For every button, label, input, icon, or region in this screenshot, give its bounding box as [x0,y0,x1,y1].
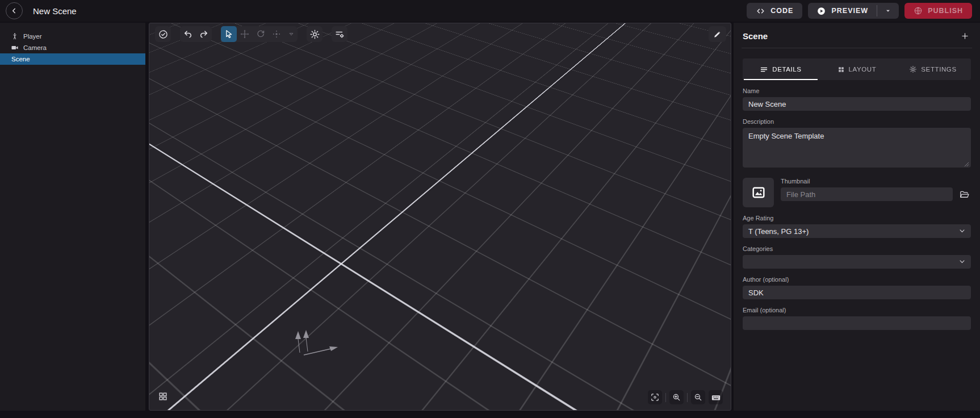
viewport [149,23,731,411]
author-input[interactable] [743,286,971,299]
tab-settings[interactable]: SETTINGS [895,58,971,80]
chevron-down-icon [958,257,966,267]
preview-dropdown-button[interactable] [877,3,899,19]
plus-icon [960,31,970,41]
publish-button-label: PUBLISH [928,7,963,15]
add-button[interactable] [958,30,971,42]
zoom-out-button[interactable] [691,390,705,404]
toolbar-group-scene-options [332,26,347,42]
tree-item-player[interactable]: Player [0,31,145,42]
rotate-tool-button[interactable] [253,26,269,42]
viewport-toolbar [155,26,347,42]
keyboard-shortcuts-button[interactable] [709,390,723,404]
categories-label: Categories [743,245,971,252]
scale-tool-button[interactable] [269,26,284,42]
code-icon [756,6,765,16]
ground-grid [149,23,731,410]
move-tool-button[interactable] [237,26,253,42]
grid-toggle-button[interactable] [157,390,169,403]
badge-check-button[interactable] [155,26,171,42]
author-field-group: Author (optional) [743,276,971,299]
preview-button-label: PREVIEW [831,7,868,15]
badge-check-icon [158,29,169,40]
redo-icon [199,29,209,39]
tool-caret-icon [287,30,295,38]
description-field-group: Description Empty Scene Template [743,118,971,170]
inspector-title: Scene [743,31,768,41]
list-icon [760,65,768,74]
topbar: New Scene CODE PREVIEW [0,0,980,22]
folder-open-icon [959,189,970,200]
scene-details-form: Name Description Empty Scene Template [734,87,980,330]
name-label: Name [743,87,971,94]
divider [742,48,972,48]
zoom-in-icon [672,392,681,402]
author-label: Author (optional) [743,276,971,283]
age-rating-field-group: Age Rating T (Teens, PG 13+) [743,215,971,238]
thumbnail-preview-button[interactable] [743,178,774,207]
tree-item-scene[interactable]: Scene [0,53,145,65]
categories-select[interactable] [743,255,971,269]
preview-button-group: PREVIEW [808,3,899,19]
thumbnail-file-path-input[interactable] [781,187,953,201]
age-rating-select[interactable]: T (Teens, PG 13+) [743,224,971,238]
zoom-out-icon [693,392,703,402]
scene-editor-app: New Scene CODE PREVIEW [0,0,980,418]
inspector-panel: Scene DETAILS LAYOUT [734,23,980,411]
chevron-down-icon [958,227,966,237]
publish-button[interactable]: PUBLISH [904,3,972,19]
description-textarea[interactable]: Empty Scene Template [743,128,971,168]
thumbnail-field-group: Thumbnail [743,178,971,207]
camera-icon [10,44,19,52]
globe-icon [914,6,923,15]
redo-button[interactable] [196,26,212,42]
tab-label: SETTINGS [921,66,956,73]
age-rating-value: T (Teens, PG 13+) [748,227,809,236]
thumbnail-label: Thumbnail [781,178,971,185]
browse-files-button[interactable] [957,187,971,201]
edit-scene-button[interactable] [709,26,726,42]
scene-options-button[interactable] [332,26,347,42]
tree-item-label: Scene [11,56,30,62]
topbar-actions: CODE PREVIEW [747,3,972,19]
move-icon [240,29,250,39]
divider [665,393,666,402]
player-person-icon [10,32,19,41]
tab-details[interactable]: DETAILS [743,58,819,80]
gear-icon [309,29,320,40]
scene-options-icon [334,29,345,40]
gear-icon [909,65,917,73]
inspector-header: Scene [734,23,980,48]
toolbar-group-badge [155,26,171,42]
keyboard-icon [711,392,721,403]
caret-down-icon [884,7,892,15]
select-tool-button[interactable] [221,26,237,42]
divider [687,393,688,402]
toolbar-group-history [180,26,212,42]
preview-button[interactable]: PREVIEW [808,3,877,19]
tool-options-button[interactable] [284,26,298,42]
undo-button[interactable] [180,26,196,42]
viewport-canvas[interactable] [149,23,731,410]
focus-button[interactable] [648,390,662,404]
tree-item-camera[interactable]: Camera [0,42,145,53]
name-input[interactable] [743,97,971,111]
name-field-group: Name [743,87,971,111]
tab-layout[interactable]: LAYOUT [819,58,895,80]
tab-label: DETAILS [772,66,801,73]
focus-icon [650,392,660,402]
email-field-group: Email (optional) [743,307,971,330]
email-input[interactable] [743,316,971,330]
toolbar-group-transform [221,26,298,42]
pencil-icon [713,30,722,39]
toolbar-group-settings [307,26,323,42]
tree-item-label: Camera [23,44,47,51]
back-button[interactable] [6,2,23,19]
viewport-settings-button[interactable] [307,26,323,42]
zoom-in-button[interactable] [669,390,684,404]
email-label: Email (optional) [743,307,971,314]
code-button[interactable]: CODE [747,3,802,19]
scale-icon [271,29,282,39]
select-cursor-icon [224,29,234,39]
grid-toggle-icon [157,391,169,402]
